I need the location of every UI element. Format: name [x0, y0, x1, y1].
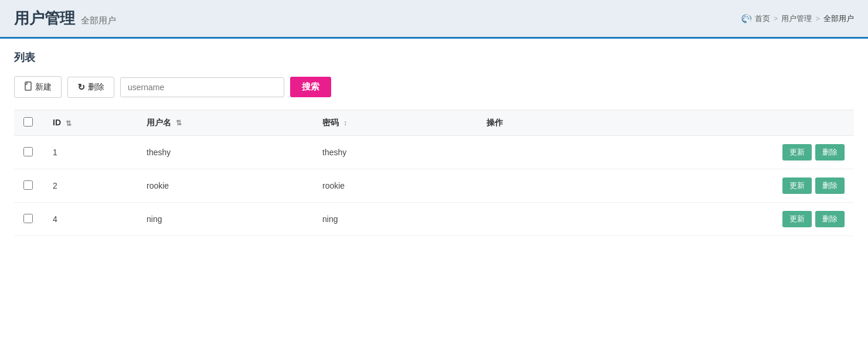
th-id: ID ⇅ — [43, 110, 137, 136]
row-id: 2 — [43, 169, 137, 203]
refresh-icon: ↺ — [77, 82, 85, 93]
row-checkbox[interactable] — [23, 180, 33, 190]
page-header: 用户管理 全部用户 首页 > 用户管理 > 全部用户 — [0, 0, 868, 39]
th-username-label: 用户名 — [147, 118, 171, 127]
row-password: theshy — [313, 136, 477, 169]
svg-point-0 — [743, 18, 744, 19]
username-sort-icon[interactable]: ⇅ — [176, 119, 182, 127]
batch-delete-button[interactable]: ↺ 删除 — [67, 77, 114, 98]
table-row: 2 rookie rookie 更新 删除 — [14, 169, 854, 203]
section-title: 列表 — [14, 50, 854, 64]
svg-rect-4 — [25, 82, 31, 90]
select-all-checkbox[interactable] — [23, 117, 33, 127]
palette-icon — [741, 13, 751, 24]
row-checkbox[interactable] — [23, 214, 33, 223]
row-delete-button[interactable]: 删除 — [815, 178, 845, 194]
th-password: 密码 ↕ — [313, 110, 477, 136]
th-id-label: ID — [53, 118, 61, 127]
row-username: ning — [137, 203, 313, 236]
breadcrumb-home[interactable]: 首页 — [755, 13, 770, 24]
search-button[interactable]: 搜索 — [290, 77, 331, 97]
row-delete-button[interactable]: 删除 — [815, 211, 845, 227]
svg-point-2 — [747, 16, 748, 17]
row-checkbox-cell — [14, 169, 43, 203]
page-title: 用户管理 — [14, 8, 75, 29]
row-checkbox-cell — [14, 136, 43, 169]
row-actions: 更新 删除 — [477, 136, 854, 169]
row-actions: 更新 删除 — [477, 203, 854, 236]
row-id: 4 — [43, 203, 137, 236]
table-row: 1 theshy theshy 更新 删除 — [14, 136, 854, 169]
breadcrumb-sep-1: > — [774, 14, 778, 23]
table-body: 1 theshy theshy 更新 删除 2 rookie rookie 更新… — [14, 136, 854, 236]
breadcrumb-parent[interactable]: 用户管理 — [781, 13, 812, 24]
svg-point-3 — [748, 18, 749, 19]
update-button[interactable]: 更新 — [782, 211, 812, 227]
new-button[interactable]: 新建 — [14, 76, 62, 98]
row-password: ning — [313, 203, 477, 236]
data-table: ID ⇅ 用户名 ⇅ 密码 ↕ 操作 1 theshy — [14, 110, 854, 236]
row-password: rookie — [313, 169, 477, 203]
th-action: 操作 — [477, 110, 854, 136]
delete-button-label: 删除 — [88, 82, 104, 93]
new-button-label: 新建 — [35, 82, 52, 93]
breadcrumb-sep-2: > — [815, 14, 820, 23]
password-sort-icon[interactable]: ↕ — [343, 119, 347, 127]
row-username: rookie — [137, 169, 313, 203]
th-action-label: 操作 — [486, 118, 503, 127]
search-button-label: 搜索 — [302, 81, 319, 91]
row-username: theshy — [137, 136, 313, 169]
update-button[interactable]: 更新 — [782, 178, 812, 194]
header-left: 用户管理 全部用户 — [14, 8, 116, 29]
table-row: 4 ning ning 更新 删除 — [14, 203, 854, 236]
id-sort-icon[interactable]: ⇅ — [66, 120, 72, 128]
svg-point-1 — [744, 16, 746, 17]
page-subtitle: 全部用户 — [81, 15, 116, 26]
main-content: 列表 新建 ↺ 删除 搜索 — [0, 39, 868, 355]
th-username: 用户名 ⇅ — [137, 110, 313, 136]
row-checkbox-cell — [14, 203, 43, 236]
file-icon — [24, 81, 32, 93]
row-checkbox[interactable] — [23, 147, 33, 156]
table-header-row: ID ⇅ 用户名 ⇅ 密码 ↕ 操作 — [14, 110, 854, 136]
th-checkbox — [14, 110, 43, 136]
search-input[interactable] — [120, 77, 284, 97]
update-button[interactable]: 更新 — [782, 144, 812, 161]
row-actions: 更新 删除 — [477, 169, 854, 203]
toolbar: 新建 ↺ 删除 搜索 — [14, 76, 854, 98]
row-delete-button[interactable]: 删除 — [815, 144, 845, 161]
breadcrumb: 首页 > 用户管理 > 全部用户 — [741, 13, 854, 24]
row-id: 1 — [43, 136, 137, 169]
th-password-label: 密码 — [322, 118, 339, 127]
breadcrumb-current: 全部用户 — [823, 13, 854, 24]
